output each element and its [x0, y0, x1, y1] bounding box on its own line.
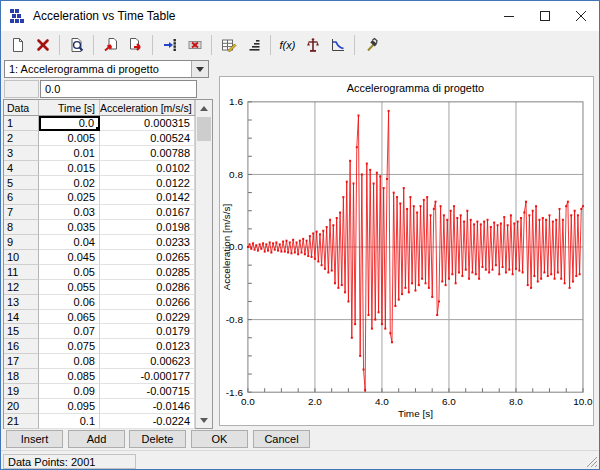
- row-number-cell[interactable]: 2: [4, 131, 39, 146]
- table-row: 70.030.0167: [4, 205, 195, 220]
- function-button[interactable]: f(x): [275, 33, 300, 57]
- chart-button[interactable]: [325, 33, 350, 57]
- new-table-button[interactable]: [5, 33, 30, 57]
- row-number-cell[interactable]: 4: [4, 161, 39, 176]
- scrollbar-thumb[interactable]: [197, 117, 211, 141]
- time-cell[interactable]: 0.045: [39, 250, 100, 265]
- column-header-time[interactable]: Time [s]: [39, 100, 100, 115]
- cancel-button[interactable]: Cancel: [253, 430, 310, 448]
- row-number-cell[interactable]: 16: [4, 339, 39, 354]
- scroll-down-button[interactable]: [196, 412, 212, 428]
- acceleration-cell[interactable]: 0.0122: [100, 176, 195, 191]
- new-document-icon: [10, 37, 26, 53]
- series-selector-dropdown-button[interactable]: [191, 61, 208, 77]
- time-cell[interactable]: 0.05: [39, 265, 100, 280]
- minimize-button[interactable]: [491, 1, 527, 31]
- row-number-cell[interactable]: 3: [4, 146, 39, 161]
- acceleration-cell[interactable]: -0.0224: [100, 414, 195, 429]
- acceleration-cell[interactable]: -0.00715: [100, 384, 195, 399]
- row-number-cell[interactable]: 19: [4, 384, 39, 399]
- time-cell[interactable]: 0.005: [39, 131, 100, 146]
- acceleration-cell[interactable]: 0.0229: [100, 310, 195, 325]
- acceleration-cell[interactable]: 0.0142: [100, 190, 195, 205]
- time-cell[interactable]: 0.07: [39, 324, 100, 339]
- acceleration-cell[interactable]: 0.0179: [100, 324, 195, 339]
- time-cell[interactable]: 0.03: [39, 205, 100, 220]
- export-data-button[interactable]: [123, 33, 148, 57]
- ok-button[interactable]: OK: [191, 430, 248, 448]
- row-number-cell[interactable]: 14: [4, 310, 39, 325]
- acceleration-cell[interactable]: 0.00524: [100, 131, 195, 146]
- time-cell[interactable]: 0.065: [39, 310, 100, 325]
- time-cell[interactable]: 0.1: [39, 414, 100, 429]
- insert-button[interactable]: Insert: [6, 430, 63, 448]
- delete-button[interactable]: Delete: [129, 430, 186, 448]
- insert-row-button[interactable]: [157, 33, 182, 57]
- row-number-cell[interactable]: 13: [4, 295, 39, 310]
- time-cell[interactable]: 0.06: [39, 295, 100, 310]
- acceleration-cell[interactable]: 0.0285: [100, 265, 195, 280]
- row-number-cell[interactable]: 21: [4, 414, 39, 429]
- import-data-button[interactable]: [98, 33, 123, 57]
- delete-row-button[interactable]: [182, 33, 207, 57]
- acceleration-cell[interactable]: 0.0266: [100, 295, 195, 310]
- cell-editor-field[interactable]: 0.0: [40, 80, 197, 98]
- acceleration-cell[interactable]: -0.000177: [100, 369, 195, 384]
- row-number-cell[interactable]: 11: [4, 265, 39, 280]
- resize-grip[interactable]: [585, 455, 598, 468]
- acceleration-cell[interactable]: 0.0286: [100, 280, 195, 295]
- column-header-data[interactable]: Data: [4, 100, 39, 115]
- close-button[interactable]: [563, 1, 599, 31]
- selected-cell[interactable]: 0.0: [39, 116, 100, 131]
- maximize-button[interactable]: [527, 1, 563, 31]
- delete-table-button[interactable]: [30, 33, 55, 57]
- scroll-up-button[interactable]: [196, 100, 212, 116]
- row-number-cell[interactable]: 5: [4, 176, 39, 191]
- table-scrollbar[interactable]: [195, 100, 212, 428]
- time-cell[interactable]: 0.09: [39, 384, 100, 399]
- sort-button[interactable]: [241, 33, 266, 57]
- acceleration-cell[interactable]: 0.00788: [100, 146, 195, 161]
- time-cell[interactable]: 0.085: [39, 369, 100, 384]
- row-number-cell[interactable]: 18: [4, 369, 39, 384]
- time-cell[interactable]: 0.095: [39, 399, 100, 414]
- acceleration-cell[interactable]: 0.000315: [100, 116, 195, 131]
- tools-button[interactable]: [359, 33, 384, 57]
- row-number-cell[interactable]: 17: [4, 354, 39, 369]
- acceleration-cell[interactable]: 0.0102: [100, 161, 195, 176]
- row-number-cell[interactable]: 10: [4, 250, 39, 265]
- acceleration-cell[interactable]: -0.0146: [100, 399, 195, 414]
- time-cell[interactable]: 0.04: [39, 235, 100, 250]
- acceleration-cell[interactable]: 0.00623: [100, 354, 195, 369]
- acceleration-cell[interactable]: 0.0167: [100, 205, 195, 220]
- row-number-cell[interactable]: 9: [4, 235, 39, 250]
- acceleration-cell[interactable]: 0.0198: [100, 220, 195, 235]
- waveform-series: [247, 110, 584, 391]
- acceleration-cell[interactable]: 0.0265: [100, 250, 195, 265]
- scale-button[interactable]: [300, 33, 325, 57]
- print-preview-button[interactable]: [64, 33, 89, 57]
- row-number-cell[interactable]: 15: [4, 324, 39, 339]
- series-selector[interactable]: 1: Accelerogramma di progetto: [4, 60, 209, 78]
- row-number-cell[interactable]: 6: [4, 190, 39, 205]
- fill-handle[interactable]: [96, 127, 100, 131]
- row-number-cell[interactable]: 1: [4, 116, 39, 131]
- column-header-acceleration[interactable]: Acceleration [m/s/s]: [100, 100, 195, 115]
- time-cell[interactable]: 0.02: [39, 176, 100, 191]
- time-cell[interactable]: 0.035: [39, 220, 100, 235]
- time-cell[interactable]: 0.015: [39, 161, 100, 176]
- acceleration-cell[interactable]: 0.0123: [100, 339, 195, 354]
- row-number-cell[interactable]: 12: [4, 280, 39, 295]
- time-cell[interactable]: 0.01: [39, 146, 100, 161]
- row-number-cell[interactable]: 8: [4, 220, 39, 235]
- time-cell[interactable]: 0.025: [39, 190, 100, 205]
- row-number-cell[interactable]: 7: [4, 205, 39, 220]
- acceleration-cell[interactable]: 0.0233: [100, 235, 195, 250]
- edit-table-button[interactable]: [216, 33, 241, 57]
- time-cell[interactable]: 0.075: [39, 339, 100, 354]
- chart-title: Accelerogramma di progetto: [347, 82, 484, 94]
- time-cell[interactable]: 0.055: [39, 280, 100, 295]
- row-number-cell[interactable]: 20: [4, 399, 39, 414]
- time-cell[interactable]: 0.08: [39, 354, 100, 369]
- add-button[interactable]: Add: [68, 430, 125, 448]
